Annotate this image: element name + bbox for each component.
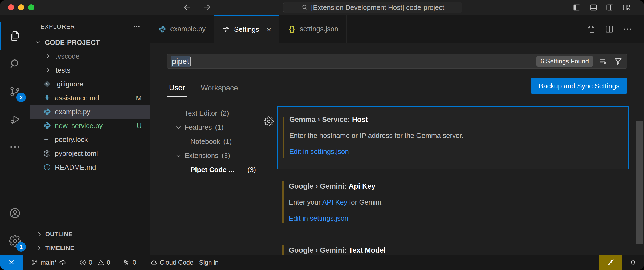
- close-window-button[interactable]: [8, 4, 14, 10]
- git-file-icon: [43, 80, 51, 88]
- api-key-link[interactable]: API Key: [322, 198, 347, 206]
- tree-item-pyproject-toml[interactable]: pyproject.toml: [30, 146, 150, 160]
- activity-settings[interactable]: 1: [0, 227, 30, 255]
- toc-features[interactable]: Features (1): [150, 120, 262, 134]
- setting-gear-icon[interactable]: [264, 116, 274, 126]
- settings-badge: 1: [16, 242, 26, 252]
- tab-settings[interactable]: Settings ×: [214, 15, 279, 43]
- tree-item-tests[interactable]: tests: [30, 63, 150, 77]
- close-tab-icon[interactable]: ×: [267, 25, 271, 34]
- status-bar: main* 0 0 0 Cloud Code - Sign in: [0, 255, 644, 270]
- ports-count: 0: [133, 259, 136, 266]
- activity-accounts[interactable]: [0, 199, 30, 227]
- setting-title: Google › Gemini: Api Key: [289, 182, 629, 190]
- more-actions-icon[interactable]: [623, 24, 632, 34]
- bell-icon: [629, 259, 637, 267]
- tree-item-gitignore[interactable]: .gitignore: [30, 77, 150, 91]
- cloud-code-label: Cloud Code - Sign in: [160, 259, 218, 266]
- clear-search-results-icon[interactable]: [598, 57, 608, 66]
- command-center-search[interactable]: [Extension Development Host] code-projec…: [283, 2, 462, 13]
- activity-more[interactable]: [0, 133, 30, 161]
- suggestions-disabled-status-item[interactable]: [599, 255, 622, 270]
- chevron-right-icon: [44, 66, 52, 74]
- tree-item-example-py[interactable]: example.py: [30, 105, 150, 119]
- tree-item-readme-md[interactable]: README.md: [30, 160, 150, 174]
- open-settings-json-icon[interactable]: [586, 24, 596, 34]
- toggle-primary-sidebar-icon[interactable]: [573, 3, 581, 12]
- python-file-icon: [158, 25, 166, 33]
- toggle-secondary-sidebar-icon[interactable]: [606, 3, 614, 12]
- scope-tab-user[interactable]: User: [167, 84, 187, 97]
- setting-description: Enter your API Key for Gemini.: [289, 198, 629, 207]
- tab-label: Settings: [234, 25, 259, 34]
- tab-example-py[interactable]: example.py: [150, 15, 214, 43]
- activity-explorer[interactable]: [0, 22, 30, 50]
- setting-item-google-gemini-text-model[interactable]: Google › Gemini: Text Model: [277, 244, 629, 255]
- files-icon: [9, 30, 21, 42]
- toc-text-editor[interactable]: Text Editor (2): [150, 106, 262, 120]
- activity-run-debug[interactable]: [0, 105, 30, 133]
- back-icon[interactable]: [182, 2, 192, 12]
- tab-settings-json[interactable]: {} settings.json: [279, 15, 347, 43]
- outline-section[interactable]: OUTLINE: [30, 227, 150, 241]
- chevron-down-icon: [174, 152, 182, 160]
- remote-indicator[interactable]: [0, 255, 23, 270]
- warning-count: 0: [107, 259, 110, 266]
- config-gear-icon: [43, 149, 51, 157]
- ports-status-item[interactable]: 0: [119, 255, 140, 270]
- forward-icon[interactable]: [202, 2, 212, 12]
- customize-layout-icon[interactable]: [622, 3, 631, 12]
- minimize-window-button[interactable]: [18, 4, 24, 10]
- chevron-right-icon: [36, 244, 43, 252]
- sparkle-slash-icon: [606, 258, 615, 267]
- tree-item-vscode[interactable]: .vscode: [30, 49, 150, 63]
- cloud-code-status-item[interactable]: Cloud Code - Sign in: [146, 255, 223, 270]
- scope-tab-workspace[interactable]: Workspace: [199, 84, 240, 97]
- split-editor-icon[interactable]: [605, 24, 614, 34]
- explorer-more-actions-icon[interactable]: [133, 23, 141, 31]
- radio-tower-icon: [123, 259, 131, 266]
- tab-label: example.py: [170, 25, 206, 33]
- settings-list: Gemma › Service: Host Enter the hostname…: [262, 97, 644, 255]
- remote-icon: [7, 258, 16, 267]
- toc-notebook[interactable]: Notebook (1): [150, 134, 262, 149]
- settings-toc: Text Editor (2) Features (1) Notebook (1…: [150, 97, 262, 255]
- tree-item-new-service-py[interactable]: new_service.py U: [30, 119, 150, 133]
- tab-label: settings.json: [300, 25, 338, 33]
- notifications-status-item[interactable]: [622, 255, 644, 270]
- backup-sync-settings-button[interactable]: Backup and Sync Settings: [531, 78, 627, 94]
- editor-area: example.py Settings × {} settings.json: [150, 15, 644, 255]
- branch-status-item[interactable]: main*: [27, 255, 71, 270]
- activity-source-control[interactable]: 2: [0, 78, 30, 105]
- setting-description: Enter the hostname or IP address for the…: [289, 131, 628, 140]
- toc-pipet-code[interactable]: Pipet Code ... (3): [150, 163, 262, 177]
- vertical-scrollbar[interactable]: [636, 121, 643, 244]
- modified-indicator: [282, 245, 284, 255]
- toc-extensions[interactable]: Extensions (3): [150, 149, 262, 163]
- sync-cloud-icon: [59, 259, 66, 266]
- toggle-panel-icon[interactable]: [589, 3, 598, 12]
- maximize-window-button[interactable]: [28, 4, 34, 10]
- problems-status-item[interactable]: 0 0: [75, 255, 115, 270]
- setting-item-google-gemini-api-key[interactable]: Google › Gemini: Api Key Enter your API …: [277, 180, 629, 225]
- edit-in-settings-json-link[interactable]: Edit in settings.json: [289, 147, 349, 156]
- file-tree: CODE-PROJECT .vscode tests .gitignore: [30, 32, 150, 227]
- tree-item-poetry-lock[interactable]: poetry.lock: [30, 133, 150, 146]
- settings-search-input[interactable]: pipet 6 Settings Found: [167, 54, 627, 69]
- tree-item-assistance-md[interactable]: assistance.md M: [30, 91, 150, 105]
- setting-title: Google › Gemini: Text Model: [289, 246, 629, 255]
- activity-bar: 2 1: [0, 15, 30, 255]
- setting-item-gemma-service-host[interactable]: Gemma › Service: Host Enter the hostname…: [277, 106, 629, 169]
- search-icon: [301, 4, 308, 11]
- filter-icon[interactable]: [613, 57, 623, 66]
- search-icon: [9, 58, 21, 70]
- chevron-right-icon: [44, 52, 52, 60]
- settings-count-badge: 6 Settings Found: [536, 56, 593, 67]
- activity-search[interactable]: [0, 50, 30, 78]
- window-title: [Extension Development Host] code-projec…: [311, 3, 444, 12]
- edit-in-settings-json-link[interactable]: Edit in settings.json: [289, 214, 348, 223]
- timeline-section[interactable]: TIMELINE: [30, 241, 150, 255]
- git-status-modified-badge: M: [136, 94, 142, 102]
- tree-root-code-project[interactable]: CODE-PROJECT: [30, 35, 150, 49]
- title-bar: [Extension Development Host] code-projec…: [0, 0, 644, 15]
